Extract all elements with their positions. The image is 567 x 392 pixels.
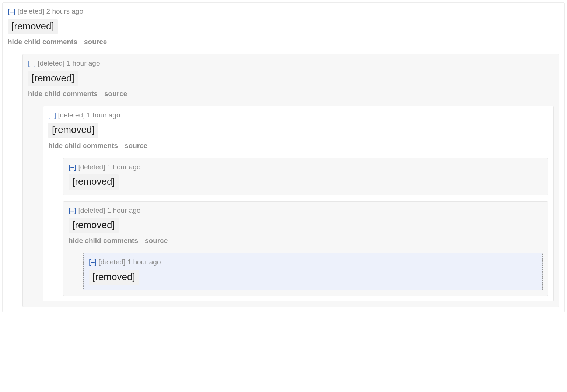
source-link[interactable]: source — [125, 142, 147, 149]
comment-children: [–] [deleted] 1 hour ago[removed]hide ch… — [22, 54, 559, 307]
comment: [–] [deleted] 1 hour ago[removed]hide ch… — [63, 201, 548, 296]
comment: [–] [deleted] 1 hour ago[removed] — [63, 158, 548, 195]
comment-children: [–] [deleted] 1 hour ago[removed][–] [de… — [63, 158, 548, 296]
hide-child-comments-link[interactable]: hide child comments — [8, 38, 77, 46]
comment-body: [removed] — [28, 71, 554, 86]
comment-removed-label: [removed] — [89, 270, 139, 285]
comment-author: [deleted] — [58, 111, 85, 119]
comment-actions: hide child commentssource — [28, 90, 554, 98]
comment-author: [deleted] — [38, 59, 64, 67]
comment: [–] [deleted] 1 hour ago[removed] — [83, 253, 543, 290]
collapse-toggle[interactable]: [–] — [69, 206, 76, 214]
collapse-toggle[interactable]: [–] — [8, 7, 15, 15]
collapse-toggle[interactable]: [–] — [28, 59, 36, 67]
comment-time: 1 hour ago — [127, 258, 161, 266]
comment-time: 1 hour ago — [87, 111, 120, 119]
collapse-toggle[interactable]: [–] — [69, 163, 76, 171]
comment: [–] [deleted] 2 hours ago[removed]hide c… — [2, 2, 565, 312]
comment-removed-label: [removed] — [69, 174, 119, 190]
comment-removed-label: [removed] — [28, 71, 78, 86]
comment-body: [removed] — [89, 270, 537, 285]
comment-body: [removed] — [69, 218, 543, 233]
hide-child-comments-link[interactable]: hide child comments — [69, 237, 138, 244]
comment-author: [deleted] — [78, 206, 105, 214]
comment-removed-label: [removed] — [69, 218, 119, 233]
comment-time: 1 hour ago — [67, 59, 100, 67]
comment-body: [removed] — [69, 174, 543, 190]
source-link[interactable]: source — [145, 237, 168, 244]
comment-author: [deleted] — [98, 258, 125, 266]
comment-body: [removed] — [48, 123, 548, 138]
hide-child-comments-link[interactable]: hide child comments — [48, 142, 118, 149]
comment-header: [–] [deleted] 2 hours ago — [8, 7, 559, 16]
comment-header: [–] [deleted] 1 hour ago — [48, 111, 548, 120]
comment-header: [–] [deleted] 1 hour ago — [89, 258, 537, 267]
comment-removed-label: [removed] — [8, 19, 58, 34]
collapse-toggle[interactable]: [–] — [89, 258, 97, 266]
comment-author: [deleted] — [17, 7, 44, 15]
source-link[interactable]: source — [104, 90, 127, 98]
comment-children: [–] [deleted] 1 hour ago[removed]hide ch… — [43, 106, 554, 302]
comment-time: 1 hour ago — [107, 206, 141, 214]
source-link[interactable]: source — [84, 38, 107, 46]
comment-body: [removed] — [8, 19, 559, 34]
comment-header: [–] [deleted] 1 hour ago — [28, 59, 554, 68]
comment-actions: hide child commentssource — [48, 142, 548, 150]
comment-removed-label: [removed] — [48, 123, 98, 138]
comment-actions: hide child commentssource — [8, 38, 559, 46]
comment-time: 2 hours ago — [46, 7, 83, 15]
collapse-toggle[interactable]: [–] — [48, 111, 56, 119]
comment-header: [–] [deleted] 1 hour ago — [69, 206, 543, 215]
hide-child-comments-link[interactable]: hide child comments — [28, 90, 98, 98]
comment-actions: hide child commentssource — [69, 237, 543, 245]
comment: [–] [deleted] 1 hour ago[removed]hide ch… — [22, 54, 559, 307]
comment-header: [–] [deleted] 1 hour ago — [69, 163, 543, 172]
comment-thread-root: [–] [deleted] 2 hours ago[removed]hide c… — [0, 0, 567, 315]
comment-children: [–] [deleted] 1 hour ago[removed] — [83, 253, 543, 290]
comment-author: [deleted] — [78, 163, 105, 171]
comment: [–] [deleted] 1 hour ago[removed]hide ch… — [43, 106, 554, 302]
comment-time: 1 hour ago — [107, 163, 141, 171]
